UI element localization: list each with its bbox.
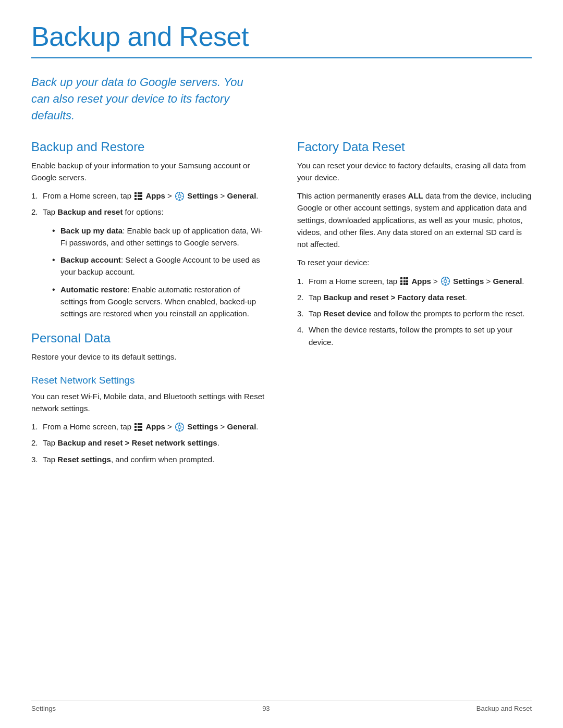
- rn-step-num-1: 1.: [31, 421, 38, 433]
- personal-data-description: Restore your device to its default setti…: [31, 351, 266, 363]
- rn-step-num-2: 2.: [31, 437, 38, 449]
- two-column-layout: Backup and Restore Enable backup of your…: [31, 140, 532, 473]
- all-caps-label: ALL: [408, 191, 423, 200]
- fr-general-label: General: [493, 277, 522, 286]
- fr-apps-label: Apps: [411, 277, 431, 286]
- footer-left: Settings: [31, 705, 56, 712]
- rn-apps-icon: [134, 423, 142, 431]
- svg-point-11: [178, 425, 181, 428]
- fr-settings-label: Settings: [453, 277, 484, 286]
- rn-settings-label: Settings: [187, 422, 218, 431]
- factory-reset-steps: 1. From a Home screen, tap Apps >: [297, 275, 532, 348]
- rn-general-label: General: [227, 422, 256, 431]
- fr-backup-factory-label: Backup and reset > Factory data reset: [323, 293, 464, 302]
- rn-reset-settings-label: Reset settings: [57, 455, 111, 464]
- settings-icon: [175, 192, 184, 201]
- fr-step-num-3: 3.: [297, 307, 304, 319]
- reset-network-step-1: 1. From a Home screen, tap Apps >: [31, 421, 266, 433]
- backup-restore-description: Enable backup of your information to you…: [31, 159, 266, 184]
- bullet-backup-account: Backup account: Select a Google Account …: [52, 254, 266, 278]
- rn-step-num-3: 3.: [31, 453, 38, 465]
- fr-reset-device-label: Reset device: [323, 309, 371, 318]
- reset-network-steps: 1. From a Home screen, tap Apps >: [31, 421, 266, 465]
- rn-backup-reset-label: Backup and reset > Reset network setting…: [57, 438, 217, 447]
- bullet-back-up-my-data: Back up my data: Enable back up of appli…: [52, 225, 266, 249]
- backup-reset-label: Backup and reset: [57, 207, 123, 216]
- personal-data-heading: Personal Data: [31, 331, 266, 346]
- footer-page-number: 93: [262, 705, 270, 712]
- rn-apps-label: Apps: [145, 422, 165, 431]
- fr-step-num-1: 1.: [297, 275, 304, 287]
- left-column: Backup and Restore Enable backup of your…: [31, 140, 266, 473]
- reset-network-step-3: 3. Tap Reset settings, and confirm when …: [31, 453, 266, 465]
- settings-label: Settings: [187, 191, 218, 200]
- back-up-my-data-bold: Back up my data: [60, 226, 123, 235]
- fr-apps-icon: [400, 277, 408, 285]
- fr-settings-icon: [441, 277, 450, 286]
- svg-point-21: [444, 280, 447, 283]
- to-reset-label: To reset your device:: [297, 256, 532, 268]
- intro-text: Back up your data to Google servers. You…: [31, 74, 261, 124]
- general-label: General: [227, 191, 256, 200]
- backup-restore-step-1: 1. From a Home screen, tap Apps >: [31, 190, 266, 202]
- page-title: Backup and Reset: [31, 21, 532, 52]
- reset-network-section: Reset Network Settings You can reset Wi-…: [31, 375, 266, 465]
- backup-restore-heading: Backup and Restore: [31, 140, 266, 154]
- step-num-2: 2.: [31, 206, 38, 218]
- right-column: Factory Data Reset You can reset your de…: [297, 140, 532, 473]
- factory-reset-heading: Factory Data Reset: [297, 140, 532, 154]
- factory-reset-step-4: 4. When the device restarts, follow the …: [297, 324, 532, 348]
- factory-reset-step-1: 1. From a Home screen, tap Apps >: [297, 275, 532, 287]
- personal-data-section: Personal Data Restore your device to its…: [31, 331, 266, 363]
- rn-settings-icon: [175, 423, 184, 431]
- automatic-restore-bold: Automatic restore: [60, 285, 127, 294]
- fr-step-num-2: 2.: [297, 291, 304, 303]
- page: Backup and Reset Back up your data to Go…: [0, 0, 563, 728]
- reset-network-description: You can reset Wi-Fi, Mobile data, and Bl…: [31, 390, 266, 415]
- backup-restore-steps: 1. From a Home screen, tap Apps >: [31, 190, 266, 218]
- backup-restore-step-2: 2. Tap Backup and reset for options:: [31, 206, 266, 218]
- fr-step-num-4: 4.: [297, 324, 304, 336]
- reset-network-step-2: 2. Tap Backup and reset > Reset network …: [31, 437, 266, 449]
- factory-reset-para2: This action permanently erases ALL data …: [297, 190, 532, 250]
- svg-point-1: [178, 194, 181, 198]
- factory-reset-para1: You can reset your device to factory def…: [297, 159, 532, 184]
- step-num-1: 1.: [31, 190, 38, 202]
- footer-right: Backup and Reset: [476, 705, 532, 712]
- reset-network-heading: Reset Network Settings: [31, 375, 266, 386]
- apps-icon: [134, 192, 142, 200]
- footer: Settings 93 Backup and Reset: [31, 700, 532, 712]
- backup-restore-bullets: Back up my data: Enable back up of appli…: [42, 225, 266, 320]
- factory-reset-step-2: 2. Tap Backup and reset > Factory data r…: [297, 291, 532, 303]
- factory-reset-step-3: 3. Tap Reset device and follow the promp…: [297, 307, 532, 319]
- title-rule: [31, 57, 532, 58]
- apps-label: Apps: [145, 191, 165, 200]
- bullet-automatic-restore: Automatic restore: Enable automatic rest…: [52, 283, 266, 320]
- backup-account-bold: Backup account: [60, 255, 121, 264]
